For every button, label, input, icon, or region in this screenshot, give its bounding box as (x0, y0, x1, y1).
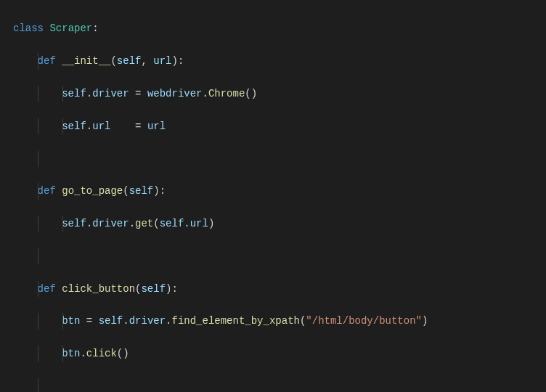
fn-click-button: click_button (62, 283, 135, 295)
code-line[interactable] (13, 248, 533, 264)
code-line[interactable]: self.driver = webdriver.Chrome() (13, 86, 533, 102)
code-editor[interactable]: class Scraper: def __init__(self, url): … (13, 4, 533, 392)
fn-init: __init__ (62, 55, 110, 67)
code-line[interactable]: def __init__(self, url): (13, 53, 533, 69)
code-line[interactable]: def go_to_page(self): (13, 183, 533, 199)
code-line[interactable] (13, 378, 533, 392)
code-line[interactable]: def click_button(self): (13, 281, 533, 297)
cls-name: Scraper (49, 23, 92, 34)
code-line[interactable]: self.driver.get(self.url) (13, 216, 533, 232)
code-line[interactable]: self.url = url (13, 118, 533, 134)
code-line[interactable]: class Scraper: (13, 20, 533, 36)
code-line[interactable] (13, 151, 533, 167)
code-line[interactable]: btn = self.driver.find_element_by_xpath(… (13, 313, 533, 329)
kw-class: class (13, 23, 44, 34)
code-line[interactable]: btn.click() (13, 346, 533, 362)
fn-go-to-page: go_to_page (62, 185, 123, 197)
